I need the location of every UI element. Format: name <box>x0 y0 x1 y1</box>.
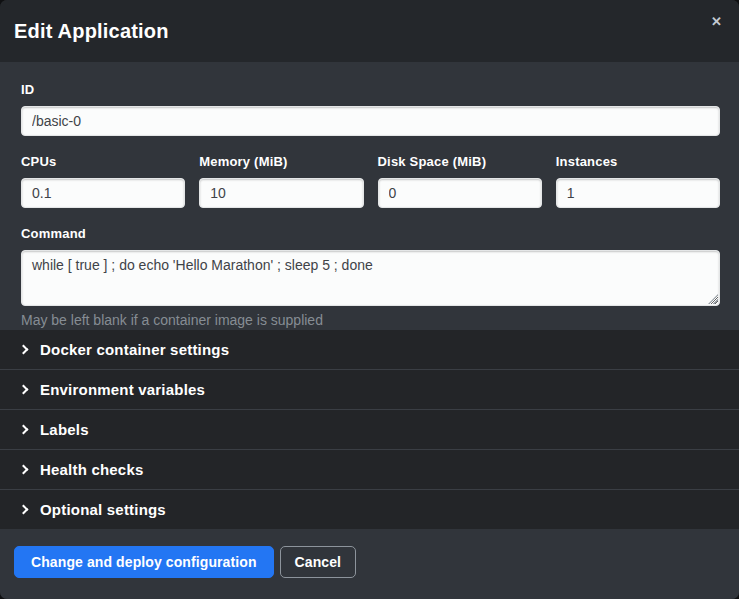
command-label: Command <box>21 226 720 242</box>
command-form-group: Command while [ true ] ; do echo 'Hello … <box>21 226 720 328</box>
section-label: Optional settings <box>40 501 166 518</box>
id-field[interactable] <box>21 106 720 136</box>
collapsible-sections: Docker container settings Environment va… <box>0 330 739 529</box>
modal-footer: Change and deploy configuration Cancel <box>0 529 739 599</box>
section-environment-variables[interactable]: Environment variables <box>0 370 739 410</box>
memory-form-group: Memory (MiB) <box>199 154 363 208</box>
memory-label: Memory (MiB) <box>199 154 363 170</box>
id-label: ID <box>21 82 720 98</box>
memory-field[interactable] <box>199 178 363 208</box>
instances-label: Instances <box>556 154 720 170</box>
close-icon[interactable]: ✕ <box>708 12 725 31</box>
instances-form-group: Instances <box>556 154 720 208</box>
cpus-field[interactable] <box>21 178 185 208</box>
command-textarea[interactable]: while [ true ] ; do echo 'Hello Marathon… <box>21 250 720 306</box>
chevron-right-icon <box>19 505 29 515</box>
modal-header: Edit Application ✕ <box>0 0 739 62</box>
edit-application-modal: Edit Application ✕ ID CPUs Memory (MiB) … <box>0 0 739 599</box>
section-docker-container-settings[interactable]: Docker container settings <box>0 330 739 370</box>
cpus-form-group: CPUs <box>21 154 185 208</box>
disk-space-field[interactable] <box>378 178 542 208</box>
section-health-checks[interactable]: Health checks <box>0 450 739 490</box>
section-label: Environment variables <box>40 381 205 398</box>
instances-field[interactable] <box>556 178 720 208</box>
cpus-label: CPUs <box>21 154 185 170</box>
section-label: Health checks <box>40 461 143 478</box>
chevron-right-icon <box>19 425 29 435</box>
disk-space-form-group: Disk Space (MiB) <box>378 154 542 208</box>
command-help-text: May be left blank if a container image i… <box>21 312 720 328</box>
id-form-group: ID <box>21 82 720 136</box>
chevron-right-icon <box>19 465 29 475</box>
change-and-deploy-button[interactable]: Change and deploy configuration <box>14 546 274 578</box>
application-form: ID CPUs Memory (MiB) Disk Space (MiB) In… <box>0 62 739 330</box>
chevron-right-icon <box>19 345 29 355</box>
section-optional-settings[interactable]: Optional settings <box>0 490 739 529</box>
modal-title: Edit Application <box>14 20 169 43</box>
resources-row: CPUs Memory (MiB) Disk Space (MiB) Insta… <box>21 154 720 208</box>
disk-space-label: Disk Space (MiB) <box>378 154 542 170</box>
chevron-right-icon <box>19 385 29 395</box>
cancel-button[interactable]: Cancel <box>280 546 357 578</box>
section-labels[interactable]: Labels <box>0 410 739 450</box>
section-label: Docker container settings <box>40 341 229 358</box>
section-label: Labels <box>40 421 89 438</box>
